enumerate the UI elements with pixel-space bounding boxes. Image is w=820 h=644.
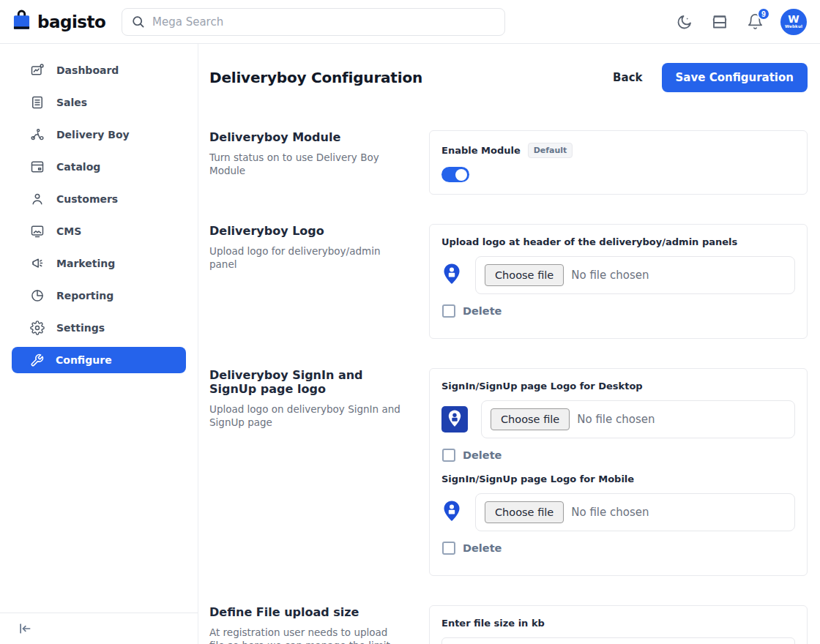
upload-logo-label: Upload logo at header of the deliveryboy… bbox=[441, 236, 737, 247]
brand-name: bagisto bbox=[37, 12, 105, 31]
bagisto-logo-icon bbox=[12, 10, 31, 34]
top-bar: bagisto 9 W bbox=[0, 0, 820, 44]
toggle-knob bbox=[455, 169, 467, 181]
no-file-chosen-text: No file chosen bbox=[571, 269, 649, 282]
gear-icon bbox=[30, 321, 45, 335]
wrench-icon bbox=[30, 353, 44, 367]
catalog-icon bbox=[30, 160, 45, 174]
mobile-logo-image bbox=[441, 499, 462, 525]
delivery-boy-icon bbox=[30, 127, 45, 142]
section-deliveryboy-logo: Deliveryboy Logo Upload logo for deliver… bbox=[209, 224, 808, 339]
mobile-logo-label: SignIn/SignUp page Logo for Mobile bbox=[441, 473, 634, 484]
section-heading: Define File upload size bbox=[209, 605, 403, 619]
desktop-logo-group: SignIn/SignUp page Logo for Desktop bbox=[441, 381, 795, 462]
module-card: Enable Module Default bbox=[429, 130, 808, 195]
notifications-button[interactable]: 9 bbox=[745, 12, 764, 31]
desktop-logo-file-input[interactable]: Choose file No file chosen bbox=[481, 400, 795, 438]
logo-card: Upload logo at header of the deliveryboy… bbox=[429, 224, 808, 339]
sidebar-item-reporting[interactable]: Reporting bbox=[12, 280, 186, 312]
section-description: Turn status on to use Delivery Boy Modul… bbox=[209, 151, 403, 177]
search-icon bbox=[131, 15, 145, 29]
logo-file-input[interactable]: Choose file No file chosen bbox=[475, 256, 795, 294]
delete-label: Delete bbox=[463, 305, 502, 317]
topbar-actions: 9 W Webkul bbox=[675, 9, 807, 35]
sidebar-item-sales[interactable]: Sales bbox=[12, 86, 186, 119]
dashboard-icon bbox=[30, 63, 45, 78]
save-configuration-button[interactable]: Save Configuration bbox=[662, 63, 808, 92]
file-size-card: Enter file size in kb bbox=[429, 605, 808, 644]
mobile-logo-file-input[interactable]: Choose file No file chosen bbox=[475, 493, 795, 531]
collapse-sidebar-button[interactable] bbox=[18, 621, 34, 637]
deliveryboy-pin-logo-image bbox=[441, 262, 462, 288]
enable-module-label: Enable Module bbox=[441, 145, 521, 156]
no-file-chosen-text: No file chosen bbox=[571, 506, 649, 519]
file-size-label: Enter file size in kb bbox=[441, 618, 545, 629]
sidebar-item-configure[interactable]: Configure bbox=[12, 347, 186, 373]
delete-mobile-logo-checkbox[interactable] bbox=[442, 542, 455, 555]
no-file-chosen-text: No file chosen bbox=[577, 413, 655, 426]
sidebar-item-delivery-boy[interactable]: Delivery Boy bbox=[12, 119, 186, 151]
section-heading: Deliveryboy Module bbox=[209, 130, 403, 144]
enable-module-toggle[interactable] bbox=[441, 167, 469, 182]
section-description: Upload logo for deliveryboy/admin panel bbox=[209, 245, 403, 271]
section-description: At registration user needs to upload fil… bbox=[209, 626, 403, 644]
sidebar-item-marketing[interactable]: Marketing bbox=[12, 247, 186, 280]
search-input[interactable] bbox=[152, 15, 496, 29]
file-size-input[interactable] bbox=[441, 637, 795, 644]
desktop-logo-image bbox=[441, 406, 468, 433]
delete-label: Delete bbox=[463, 449, 502, 461]
section-heading: Deliveryboy SignIn and SignUp page logo bbox=[209, 368, 403, 396]
default-badge: Default bbox=[528, 143, 573, 158]
sidebar-footer bbox=[0, 613, 198, 644]
sidebar-item-customers[interactable]: Customers bbox=[12, 183, 186, 215]
delete-desktop-logo-checkbox[interactable] bbox=[442, 449, 455, 462]
main-content: Deliveryboy Configuration Back Save Conf… bbox=[198, 44, 820, 644]
sidebar-item-catalog[interactable]: Catalog bbox=[12, 151, 186, 183]
collapse-sidebar-icon bbox=[18, 621, 32, 636]
reporting-icon bbox=[30, 288, 45, 303]
section-signin-signup-logo: Deliveryboy SignIn and SignUp page logo … bbox=[209, 368, 808, 576]
notification-badge: 9 bbox=[757, 7, 770, 20]
store-button[interactable] bbox=[710, 12, 729, 31]
choose-file-button[interactable]: Choose file bbox=[485, 264, 564, 286]
moon-icon bbox=[676, 13, 693, 31]
sidebar-item-settings[interactable]: Settings bbox=[12, 312, 186, 344]
marketing-icon bbox=[30, 256, 45, 271]
avatar[interactable]: W Webkul bbox=[780, 9, 807, 35]
sidebar-item-dashboard[interactable]: Dashboard bbox=[12, 54, 186, 86]
choose-file-button[interactable]: Choose file bbox=[485, 501, 564, 523]
brand[interactable]: bagisto bbox=[12, 10, 120, 34]
delete-label: Delete bbox=[463, 542, 502, 554]
page-title: Deliveryboy Configuration bbox=[209, 69, 422, 86]
store-icon bbox=[711, 13, 728, 31]
mega-search[interactable] bbox=[122, 8, 505, 36]
back-button[interactable]: Back bbox=[613, 71, 642, 84]
section-description: Upload logo on deliveryboy SignIn and Si… bbox=[209, 403, 403, 429]
section-file-upload-size: Define File upload size At registration … bbox=[209, 605, 808, 644]
section-heading: Deliveryboy Logo bbox=[209, 224, 403, 238]
sidebar: Dashboard Sales Delivery Boy Catalog bbox=[0, 44, 198, 644]
customers-icon bbox=[30, 192, 45, 206]
section-deliveryboy-module: Deliveryboy Module Turn status on to use… bbox=[209, 130, 808, 195]
desktop-logo-label: SignIn/SignUp page Logo for Desktop bbox=[441, 381, 643, 392]
delete-logo-checkbox[interactable] bbox=[442, 304, 455, 318]
dark-mode-button[interactable] bbox=[675, 12, 694, 31]
sales-icon bbox=[30, 95, 45, 110]
mobile-logo-group: SignIn/SignUp page Logo for Mobile Choos… bbox=[441, 473, 795, 555]
choose-file-button[interactable]: Choose file bbox=[491, 408, 570, 430]
cms-icon bbox=[30, 224, 45, 239]
signin-logo-card: SignIn/SignUp page Logo for Desktop bbox=[429, 368, 808, 576]
sidebar-item-cms[interactable]: CMS bbox=[12, 215, 186, 247]
